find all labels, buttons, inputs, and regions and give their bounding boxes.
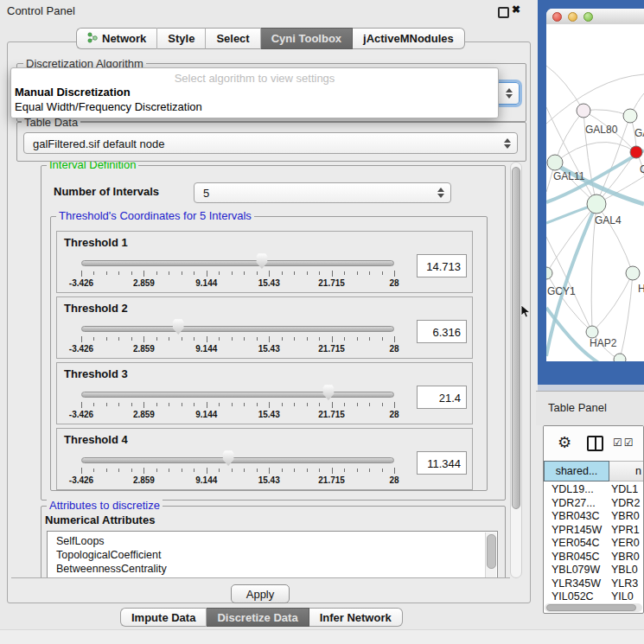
table-row[interactable]: YDL19...YDL1 [544,483,643,497]
scale-label: -3.426 [55,410,107,419]
scale-label: 15.43 [243,410,295,419]
float-window-icon[interactable] [498,7,509,18]
tab-impute-data[interactable]: Impute Data [120,608,207,627]
network-node[interactable] [614,354,626,361]
table-row[interactable]: YDR27...YDR2 [544,497,643,511]
table-h-scrollbar[interactable] [545,603,642,612]
tick-mark [357,271,358,275]
table-row[interactable]: YIL052CYIL0 [544,590,643,603]
scale-label: -3.426 [55,278,107,288]
close-icon[interactable]: ✖ [512,3,520,16]
apply-button[interactable]: Apply [231,584,290,603]
network-node[interactable] [630,146,642,158]
network-view-frame: GAL80GACGAL11GAL4GCY1HHAP2 [538,0,644,385]
close-traffic-light-icon[interactable] [552,12,562,22]
tab-select[interactable]: Select [206,28,260,49]
algorithm-option-manual-discretization[interactable]: Manual Discretization [11,85,498,99]
threshold-value-field[interactable]: 21.4 [417,386,467,409]
table-row[interactable]: YBL079WYBL0 [544,564,643,577]
network-window-titlebar[interactable] [546,9,644,25]
mouse-cursor [520,304,532,320]
node-label: HAP2 [590,337,617,349]
list-item[interactable]: BetweennessCentrality [56,562,497,576]
tick-mark [106,469,107,472]
network-node[interactable] [623,109,637,123]
slider-thumb[interactable] [322,385,335,400]
slider-thumb[interactable] [222,450,235,466]
threshold-slider[interactable]: -3.4262.8599.14415.4321.71528 [74,450,401,488]
tab-jactivemnodules[interactable]: jActiveMNodules [353,28,465,49]
slider-track[interactable] [81,326,394,332]
threshold-value-field[interactable]: 6.316 [417,320,467,343]
slider-track[interactable] [81,260,394,266]
minimize-traffic-light-icon[interactable] [568,12,577,22]
slider-track[interactable] [81,392,394,398]
list-item[interactable]: TopologicalCoefficient [56,548,497,562]
network-node[interactable] [577,104,590,118]
network-node[interactable] [547,155,563,170]
network-canvas[interactable]: GAL80GACGAL11GAL4GCY1HHAP2 [546,24,644,361]
checkbox-icons[interactable]: ☑☑ [613,437,635,449]
threshold-slider[interactable]: -3.4262.8599.14415.4321.71528 [74,252,401,290]
slider-track[interactable] [81,457,394,463]
network-node[interactable] [626,266,640,280]
threshold-label: Threshold 2 [64,302,128,315]
tab-label: jActiveMNodules [363,32,454,45]
threshold-value-field[interactable]: 11.344 [417,451,467,475]
cell-shared-name: YBR043C [544,510,609,524]
tab-cyni-toolbox[interactable]: Cyni Toolbox [261,28,353,49]
tick-mark [382,271,383,275]
tick-mark [307,271,308,275]
gear-icon[interactable]: ⚙ [558,433,571,452]
tab-network[interactable]: Network [76,28,157,49]
table-row[interactable]: YPR145WYPR1 [544,524,643,538]
scale-label: 21.715 [306,278,358,288]
tab-style[interactable]: Style [157,28,206,49]
scale-label: 15.43 [243,278,295,288]
panel-scrollbar[interactable] [510,162,522,578]
tick-mark [369,271,370,275]
column-header-name[interactable]: n [609,461,643,481]
tick-mark [332,468,333,474]
scale-label: 9.144 [181,410,233,419]
network-node[interactable] [546,267,552,279]
table-row[interactable]: YLR345WYLR3 [544,577,643,591]
network-node[interactable] [587,194,606,214]
cell-name: YER0 [609,537,643,551]
tab-discretize-data[interactable]: Discretize Data [207,608,309,627]
numerical-attributes-label: Numerical Attributes [45,513,155,526]
tick-mark [244,271,245,275]
tick-mark [207,402,207,408]
list-item[interactable]: SelfLoops [56,534,497,548]
table-body: YDL19...YDL1YDR27...YDR2YBR043CYBR0YPR14… [544,483,643,603]
list-scrollbar-thumb[interactable] [487,534,496,569]
zoom-traffic-light-icon[interactable] [583,12,593,22]
tab-infer-network[interactable]: Infer Network [309,608,403,627]
tab-label: Select [216,32,249,45]
threshold-slider[interactable]: -3.4262.8599.14415.4321.71528 [74,318,401,356]
table-row[interactable]: YER054CYER0 [544,537,643,551]
columns-icon[interactable] [587,436,603,451]
slider-thumb[interactable] [255,253,268,269]
table-row[interactable]: YBR043CYBR0 [544,510,643,524]
table-row[interactable]: YBR045CYBR0 [544,551,643,564]
interval-definition-group: Interval Definition Number of Intervals … [41,165,506,501]
algorithm-option-equal-width-frequency-discretization[interactable]: Equal Width/Frequency Discretization [11,99,498,114]
list-scrollbar[interactable] [485,532,496,578]
network-node[interactable] [586,326,598,338]
table-h-scrollbar-thumb[interactable] [546,604,636,611]
tick-mark [294,403,295,406]
num-intervals-combobox[interactable]: 5 [194,182,451,203]
tick-mark [319,403,320,406]
slider-thumb[interactable] [172,319,185,335]
numerical-attributes-list[interactable]: SelfLoopsTopologicalCoefficientBetweenne… [47,531,498,578]
panel-scrollbar-thumb[interactable] [512,167,520,509]
tick-mark [269,336,270,342]
table-data-combobox[interactable]: galFiltered.sif default node [23,132,518,154]
tick-mark [143,336,144,342]
tick-mark [394,468,395,474]
threshold-slider[interactable]: -3.4262.8599.14415.4321.71528 [74,384,401,422]
threshold-value-field[interactable]: 14.713 [417,254,467,277]
cell-name: YIL0 [609,590,643,603]
column-header-shared-name[interactable]: shared... [544,461,609,481]
